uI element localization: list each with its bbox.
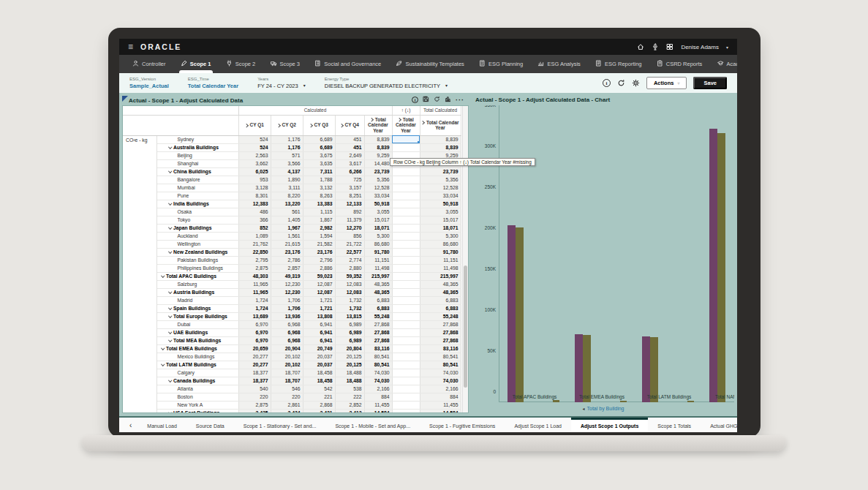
grid-cell[interactable]: 9,259: [364, 151, 392, 159]
bottom-tab-scope-1-fugitive-emissions[interactable]: Scope 1 - Fugitive Emissions: [420, 418, 505, 432]
grid-cell[interactable]: 48,365: [364, 280, 392, 288]
grid-cell[interactable]: 3,055: [364, 208, 392, 216]
grid-cell[interactable]: 852: [238, 224, 271, 232]
grid-cell[interactable]: 6,883: [364, 304, 392, 312]
bottom-tab-scope-1-mobile-set-and-app-[interactable]: Scope 1 - Mobile - Set and App...: [325, 418, 420, 432]
grid-cell[interactable]: 74,030: [420, 377, 461, 385]
column-header[interactable]: CY Q3: [303, 115, 335, 135]
row-member-name[interactable]: Total Europe Buildings: [156, 312, 238, 320]
home-icon[interactable]: [637, 43, 644, 50]
grid-cell[interactable]: 2,166: [364, 385, 392, 393]
grid-cell[interactable]: [392, 336, 420, 344]
grid-cell[interactable]: 3,635: [303, 159, 335, 167]
grid-cell[interactable]: 8,839: [364, 135, 392, 143]
grid-cell[interactable]: 21,722: [335, 240, 364, 248]
row-member-name[interactable]: Pakistan Buildings: [156, 256, 238, 264]
pov-field-value[interactable]: FY 24 - CY 2023▾: [257, 83, 306, 89]
grid-cell[interactable]: 11,151: [420, 256, 461, 264]
grid-cell[interactable]: 1,890: [271, 176, 303, 184]
grid-cell[interactable]: 14,584: [420, 409, 461, 413]
grid-cell[interactable]: 55,248: [420, 312, 461, 320]
column-header[interactable]: CY Q1: [238, 115, 271, 135]
grid-cell[interactable]: 33,034: [420, 192, 461, 200]
grid-cell[interactable]: 12,087: [303, 280, 335, 288]
grid-cell[interactable]: [392, 184, 420, 192]
nav-tab-scope-3[interactable]: Scope 3: [268, 55, 303, 73]
grid-cell[interactable]: 8,839: [420, 143, 461, 151]
grid-cell[interactable]: 6,989: [335, 320, 364, 328]
grid-cell[interactable]: [392, 393, 420, 401]
grid-cell[interactable]: 221: [303, 393, 335, 401]
grid-cell[interactable]: [392, 208, 420, 216]
grid-cell[interactable]: 11,455: [364, 401, 392, 409]
grid-cell[interactable]: 18,377: [238, 377, 271, 385]
hamburger-menu-icon[interactable]: ≡: [128, 42, 133, 52]
grid-cell[interactable]: 14,584: [364, 409, 392, 413]
grid-cell[interactable]: 11,498: [364, 264, 392, 272]
bottom-tab-actual-ghg-scope[interactable]: Actual GHG - Scope: [701, 418, 737, 432]
row-member-name[interactable]: Auckland: [156, 232, 238, 240]
grid-cell[interactable]: 6,968: [271, 336, 303, 344]
grid-cell[interactable]: 48,365: [420, 288, 461, 296]
grid-cell[interactable]: [392, 200, 420, 208]
grid-cell[interactable]: 222: [335, 393, 364, 401]
grid-cell[interactable]: 486: [238, 208, 271, 216]
grid-cell[interactable]: 86,680: [364, 240, 392, 248]
grid-cell[interactable]: 3,111: [271, 184, 303, 192]
microphone-icon[interactable]: [652, 43, 659, 50]
grid-cell[interactable]: 12,133: [335, 200, 364, 208]
grid-cell[interactable]: 6,883: [420, 304, 461, 312]
grid-cell[interactable]: 8,251: [335, 192, 364, 200]
bar-small-adjustment-stub[interactable]: [553, 400, 559, 402]
grid-cell[interactable]: 12,083: [335, 280, 364, 288]
grid-cell[interactable]: 20,749: [303, 344, 335, 353]
row-member-name[interactable]: New Zealand Buildings: [156, 248, 238, 256]
grid-cell[interactable]: [392, 248, 420, 256]
grid-cell[interactable]: 953: [238, 176, 271, 184]
grid-cell[interactable]: [392, 312, 420, 320]
nav-tab-controller[interactable]: Controller: [129, 55, 169, 73]
bar-total-calculated[interactable]: [650, 337, 658, 402]
grid-cell[interactable]: 18,707: [271, 369, 303, 377]
grid-cell[interactable]: 2,563: [238, 151, 271, 159]
grid-cell[interactable]: 542: [303, 385, 335, 393]
total-by-building-link[interactable]: Total by Building: [587, 406, 624, 411]
grid-cell[interactable]: 18,071: [420, 224, 461, 232]
grid-cell[interactable]: 3,617: [335, 159, 364, 167]
pov-field-value[interactable]: Total Calendar Year: [188, 83, 238, 89]
grid-cell[interactable]: 18,488: [335, 369, 364, 377]
bottom-tab-adjust-scope-1-load[interactable]: Adjust Scope 1 Load: [505, 418, 571, 432]
grid-cell[interactable]: 20,277: [238, 353, 271, 361]
grid-cell[interactable]: 20,904: [271, 344, 303, 353]
grid-refresh-icon[interactable]: [434, 96, 440, 104]
grid-cell[interactable]: [392, 353, 420, 361]
nav-tab-esg-planning[interactable]: ESG Planning: [476, 55, 526, 73]
grid-cell[interactable]: 23,739: [420, 167, 461, 176]
grid-cell[interactable]: [392, 344, 420, 353]
grid-cell[interactable]: 1,706: [271, 296, 303, 304]
row-member-name[interactable]: Spain Buildings: [156, 304, 238, 312]
pov-field-value[interactable]: Sample_Actual: [129, 83, 169, 89]
info-icon[interactable]: i: [603, 79, 611, 87]
bar-total-calendar-year[interactable]: [507, 225, 516, 402]
grid-cell[interactable]: 8,839: [420, 135, 461, 143]
grid-cell[interactable]: 6,970: [238, 336, 271, 344]
column-header[interactable]: CY Q2: [271, 115, 303, 135]
bar-total-calendar-year[interactable]: [642, 336, 650, 402]
grid-cell[interactable]: 80,541: [420, 361, 461, 369]
grid-chart-icon[interactable]: [445, 96, 451, 104]
grid-cell[interactable]: 3,132: [303, 184, 335, 192]
grid-cell[interactable]: 1,724: [238, 296, 271, 304]
row-member-name[interactable]: Beijing: [156, 151, 238, 159]
grid-cell[interactable]: 220: [238, 393, 271, 401]
grid-cell[interactable]: 8,839: [364, 143, 392, 151]
grid-cell[interactable]: 3,157: [335, 184, 364, 192]
grid-cell[interactable]: 27,868: [364, 320, 392, 328]
grid-cell[interactable]: 49,319: [271, 272, 303, 280]
bottom-tab-manual-load[interactable]: Manual Load: [137, 418, 186, 432]
grid-cell[interactable]: [392, 240, 420, 248]
grid-cell[interactable]: 8,220: [271, 192, 303, 200]
bar-total-calculated[interactable]: [717, 133, 725, 402]
grid-cell[interactable]: 2,786: [271, 256, 303, 264]
nav-tab-scope-2[interactable]: Scope 2: [223, 55, 259, 73]
